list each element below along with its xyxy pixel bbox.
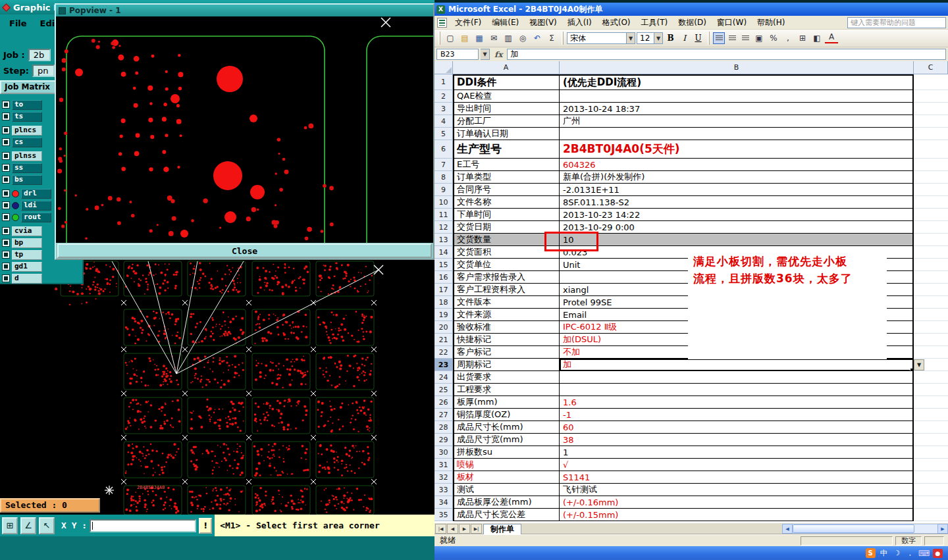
- cell-a21[interactable]: 快捷标记: [453, 334, 560, 346]
- layer-name[interactable]: ss: [12, 163, 42, 173]
- cell-c9[interactable]: [914, 184, 948, 196]
- cell-c18[interactable]: [914, 296, 948, 309]
- row-header-13[interactable]: 13: [434, 234, 453, 246]
- row-header-21[interactable]: 21: [434, 334, 453, 346]
- sogou-logo-icon[interactable]: S: [866, 548, 876, 558]
- cell-a35[interactable]: 成品尺寸长宽公差: [453, 509, 560, 521]
- excel-titlebar[interactable]: X Microsoft Excel - 2B4BT0J4A0制作单: [434, 3, 948, 16]
- undo-icon[interactable]: ↶: [531, 32, 544, 45]
- formula-input[interactable]: 加: [507, 49, 946, 60]
- cell-a10[interactable]: 文件名称: [453, 196, 560, 209]
- layer-visibility-toggle[interactable]: [2, 176, 10, 184]
- layer-visibility-toggle[interactable]: [2, 190, 10, 197]
- chevron-down-icon[interactable]: ▼: [626, 33, 635, 43]
- cell-b30[interactable]: 1: [560, 446, 914, 459]
- row-header-5[interactable]: 5: [434, 128, 453, 140]
- layer-visibility-toggle[interactable]: [2, 126, 10, 134]
- cell-a4[interactable]: 分配工厂: [453, 115, 560, 128]
- cell-c17[interactable]: [914, 284, 948, 296]
- cell-a17[interactable]: 客户工程资料录入: [453, 284, 560, 296]
- cell-c28[interactable]: [914, 421, 948, 434]
- cell-b32[interactable]: S1141: [560, 471, 914, 484]
- cell-b2[interactable]: [560, 90, 914, 103]
- cell-b1[interactable]: (优先走DDI流程): [560, 74, 914, 90]
- fullwidth-toggle-icon[interactable]: ☽: [892, 548, 902, 558]
- tab-scroll-button[interactable]: |◀: [435, 524, 446, 534]
- row-header-26[interactable]: 26: [434, 396, 453, 409]
- cell-b35[interactable]: (+/-0.15mm): [560, 509, 914, 521]
- bold-button[interactable]: B: [664, 32, 677, 45]
- comma-icon[interactable]: ,: [781, 32, 795, 45]
- cell-b13[interactable]: 10: [560, 234, 914, 246]
- cell-a18[interactable]: 文件版本: [453, 296, 560, 309]
- row-header-9[interactable]: 9: [434, 184, 453, 196]
- menu-item[interactable]: 编辑(E): [487, 16, 524, 30]
- cell-b33[interactable]: 飞针测试: [560, 484, 914, 496]
- cell-c24[interactable]: [914, 371, 948, 384]
- toolbar-grip[interactable]: [438, 32, 440, 45]
- cell-b34[interactable]: (+/-0.16mm): [560, 496, 914, 509]
- cell-a2[interactable]: QAE检查: [453, 90, 560, 103]
- toolbar-grip[interactable]: [708, 32, 710, 45]
- cell-a33[interactable]: 测试: [453, 484, 560, 496]
- row-header-8[interactable]: 8: [434, 171, 453, 184]
- cell-c25[interactable]: [914, 384, 948, 396]
- align-left-icon[interactable]: [713, 32, 725, 44]
- job-value[interactable]: 2b: [28, 49, 51, 61]
- cell-b7[interactable]: 604326: [560, 159, 914, 171]
- row-header-10[interactable]: 10: [434, 196, 453, 209]
- cell-c29[interactable]: [914, 434, 948, 446]
- cell-a31[interactable]: 喷锡: [453, 459, 560, 471]
- cell-c3[interactable]: [914, 103, 948, 115]
- main-canvas[interactable]: 2B4BT0J4A0: [0, 260, 434, 515]
- font-size-select[interactable]: 12 ▼: [637, 32, 663, 44]
- cell-c33[interactable]: [914, 484, 948, 496]
- row-header-25[interactable]: 25: [434, 384, 453, 396]
- step-value[interactable]: pn: [32, 64, 55, 77]
- cell-b26[interactable]: 1.6: [560, 396, 914, 409]
- cell-c21[interactable]: [914, 334, 948, 346]
- cell-b12[interactable]: 2013-10-29 0:00: [560, 221, 914, 234]
- row-header-29[interactable]: 29: [434, 434, 453, 446]
- underline-button[interactable]: U: [692, 32, 704, 45]
- cell-a28[interactable]: 成品尺寸长(mm): [453, 421, 560, 434]
- grid-tool-icon[interactable]: ⊞: [2, 517, 18, 534]
- borders-icon[interactable]: ⊞: [796, 32, 809, 45]
- cell-c13[interactable]: [914, 234, 948, 246]
- layer-visibility-toggle[interactable]: [2, 274, 10, 282]
- row-header-32[interactable]: 32: [434, 471, 453, 484]
- cell-a6[interactable]: 生产型号: [453, 140, 560, 159]
- cell-c12[interactable]: [914, 221, 948, 234]
- layer-name[interactable]: d: [12, 274, 42, 284]
- menu-item[interactable]: 数据(D): [673, 16, 712, 30]
- row-header-33[interactable]: 33: [434, 484, 453, 496]
- close-button[interactable]: Close: [57, 243, 432, 258]
- cell-c14[interactable]: [914, 246, 948, 259]
- cell-c19[interactable]: [914, 309, 948, 321]
- row-header-7[interactable]: 7: [434, 159, 453, 171]
- cell-c10[interactable]: [914, 196, 948, 209]
- tab-scroll-button[interactable]: ◀: [447, 524, 458, 534]
- sum-icon[interactable]: Σ: [545, 32, 558, 45]
- input-mode-chinese-icon[interactable]: 中: [879, 548, 889, 558]
- layer-name[interactable]: drl: [21, 189, 51, 199]
- layer-name[interactable]: cvia: [12, 226, 42, 236]
- layer-name[interactable]: rout: [21, 213, 51, 222]
- layer-name[interactable]: bs: [12, 175, 42, 185]
- layer-row[interactable]: gd1: [2, 261, 82, 272]
- cell-c31[interactable]: [914, 459, 948, 471]
- layer-visibility-toggle[interactable]: [2, 164, 10, 172]
- row-header-22[interactable]: 22: [434, 346, 453, 359]
- cell-b11[interactable]: 2013-10-23 14:22: [560, 209, 914, 221]
- cell-b9[interactable]: -2.0131E+11: [560, 184, 914, 196]
- scrollbar-track[interactable]: [793, 524, 937, 534]
- menu-item[interactable]: 工具(T): [636, 16, 673, 30]
- row-header-19[interactable]: 19: [434, 309, 453, 321]
- row-header-4[interactable]: 4: [434, 115, 453, 128]
- align-right-icon[interactable]: [739, 32, 751, 44]
- row-header-6[interactable]: 6: [434, 140, 453, 159]
- layer-visibility-toggle[interactable]: [2, 152, 10, 160]
- column-header-c[interactable]: C: [914, 61, 948, 74]
- cell-a7[interactable]: E工号: [453, 159, 560, 171]
- layer-visibility-toggle[interactable]: [2, 101, 10, 109]
